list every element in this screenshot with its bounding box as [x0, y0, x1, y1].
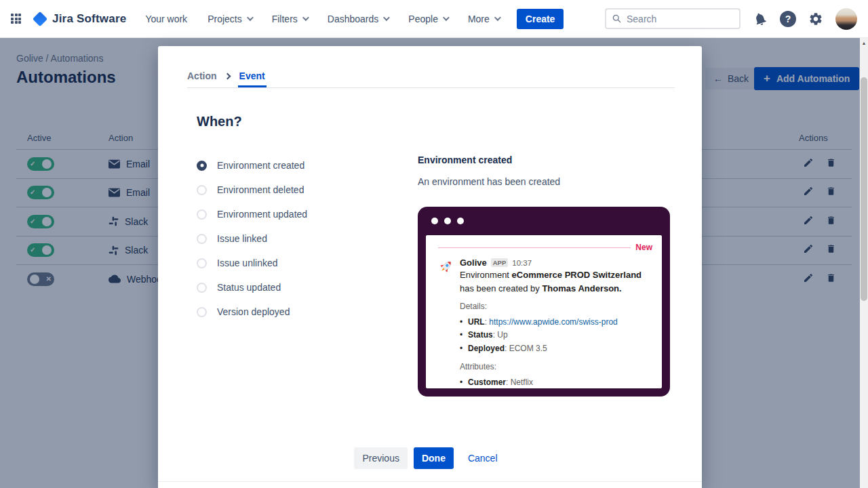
wizard-steps: Action Event — [187, 70, 267, 81]
jira-logo-text: Jira Software — [52, 12, 126, 26]
radio-icon[interactable] — [197, 307, 207, 317]
avatar[interactable] — [835, 8, 857, 30]
app-badge: APP — [491, 258, 509, 267]
create-button[interactable]: Create — [517, 9, 564, 29]
chevron-right-icon — [224, 73, 231, 80]
detail-item-url: URL: https://www.apwide.com/swiss-prod — [460, 316, 652, 329]
browser-dots-icon — [431, 218, 464, 224]
nav-item-projects[interactable]: Projects — [208, 14, 252, 24]
detail-item-deployed: Deployed: ECOM 3.5 — [460, 342, 652, 355]
chevron-down-icon — [302, 14, 309, 21]
environment-url-link[interactable]: https://www.apwide.com/swiss-prod — [489, 317, 617, 327]
event-option-issue-linked[interactable]: Issue linked — [197, 226, 400, 251]
nav-item-more[interactable]: More — [468, 14, 499, 24]
new-divider — [438, 247, 631, 248]
page-scrollbar[interactable]: ▲ — [860, 38, 868, 488]
attributes-list: Customer: Netflix Dataset: KT47568.8 Dat… — [460, 376, 652, 388]
event-option-version-deployed[interactable]: Version deployed — [197, 300, 400, 324]
jira-logo[interactable]: Jira Software — [33, 12, 126, 26]
details-list: URL: https://www.apwide.com/swiss-prod S… — [460, 316, 652, 355]
event-option-environment-created[interactable]: Environment created — [197, 153, 400, 178]
event-detail-panel: Environment created An environment has b… — [418, 155, 671, 187]
nav-menu: Your work Projects Filters Dashboards Pe… — [145, 14, 498, 24]
attribute-item-customer: Customer: Netflix — [460, 376, 652, 388]
radio-icon[interactable] — [197, 234, 207, 244]
chevron-down-icon — [247, 14, 254, 21]
attributes-label: Attributes: — [460, 362, 652, 371]
app-switcher-icon[interactable] — [11, 14, 21, 24]
event-detail-subtitle: An environment has been created — [418, 176, 671, 187]
details-label: Details: — [460, 302, 652, 311]
done-button[interactable]: Done — [414, 447, 454, 469]
nav-item-your-work[interactable]: Your work — [145, 14, 187, 24]
nav-item-people[interactable]: People — [408, 14, 448, 24]
nav-item-filters[interactable]: Filters — [272, 14, 307, 24]
modal-footer-divider — [158, 481, 702, 482]
add-automation-modal: Action Event When? Environment created E… — [158, 46, 702, 488]
event-detail-title: Environment created — [418, 155, 671, 165]
when-heading: When? — [197, 114, 242, 129]
jira-logo-icon — [33, 11, 47, 26]
event-option-issue-unlinked[interactable]: Issue unlinked — [197, 251, 400, 275]
settings-icon[interactable] — [808, 12, 823, 26]
previous-button[interactable]: Previous — [354, 447, 407, 469]
step-event[interactable]: Event — [238, 70, 267, 81]
steps-divider — [187, 87, 675, 88]
nav-item-dashboards[interactable]: Dashboards — [328, 14, 389, 24]
slack-sender-name[interactable]: Golive — [460, 258, 487, 268]
radio-icon[interactable] — [197, 209, 207, 220]
message-text: Environment eCommerce PROD Switzerland h… — [460, 268, 652, 295]
rocket-icon — [438, 259, 454, 277]
event-options: Environment created Environment deleted … — [197, 153, 400, 324]
step-action[interactable]: Action — [187, 70, 217, 81]
chevron-down-icon — [383, 14, 390, 21]
radio-icon[interactable] — [197, 185, 207, 195]
scrollbar-up-arrow[interactable]: ▲ — [860, 38, 868, 47]
radio-icon[interactable] — [197, 258, 207, 268]
new-badge: New — [635, 243, 652, 252]
slack-message-preview: New Golive APP 10:37 Environment eCommer… — [426, 235, 662, 388]
event-option-environment-deleted[interactable]: Environment deleted — [197, 178, 400, 202]
scrollbar-thumb[interactable] — [861, 77, 867, 301]
cancel-button[interactable]: Cancel — [460, 447, 506, 469]
search-icon — [612, 14, 622, 24]
event-option-environment-updated[interactable]: Environment updated — [197, 202, 400, 226]
search-box[interactable] — [605, 8, 741, 29]
chevron-down-icon — [443, 14, 450, 21]
detail-item-status: Status: Up — [460, 329, 652, 342]
event-option-status-updated[interactable]: Status updated — [197, 275, 400, 300]
help-icon[interactable]: ? — [780, 11, 796, 27]
notification-preview-card: New Golive APP 10:37 Environment eCommer… — [418, 207, 670, 396]
radio-icon[interactable] — [197, 283, 207, 293]
radio-icon[interactable] — [197, 161, 207, 171]
message-timestamp[interactable]: 10:37 — [512, 259, 532, 267]
notifications-icon[interactable] — [753, 12, 768, 26]
top-navbar: Jira Software Your work Projects Filters… — [0, 0, 868, 38]
search-input[interactable] — [627, 14, 734, 24]
chevron-down-icon — [494, 14, 501, 21]
modal-footer-buttons: Previous Done Cancel — [158, 447, 702, 469]
